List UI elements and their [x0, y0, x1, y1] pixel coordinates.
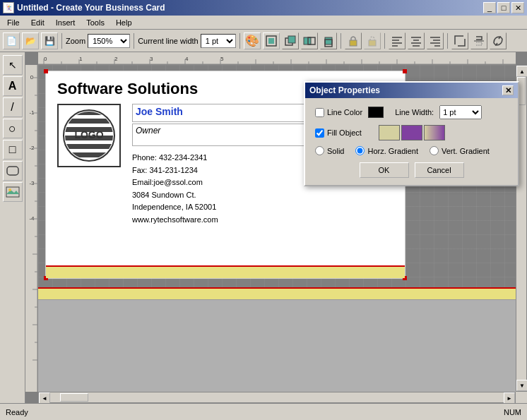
title-bar-text: Untitled - Create Your Business Card: [17, 3, 165, 13]
title-bar: 🃏 Untitled - Create Your Business Card _…: [0, 0, 527, 16]
svg-rect-9: [369, 40, 376, 46]
section-divider: [38, 287, 516, 300]
text-tool[interactable]: A: [3, 76, 23, 96]
line-color-checkbox[interactable]: [315, 108, 324, 117]
scrollbar-horizontal[interactable]: ◄ ►: [38, 392, 516, 403]
line-color-checkbox-label: Line Color: [315, 108, 362, 117]
menu-file[interactable]: File: [3, 17, 24, 28]
ellipse-tool[interactable]: ○: [3, 119, 23, 138]
rotate-btn[interactable]: [490, 32, 507, 49]
scroll-up-button[interactable]: ▲: [516, 66, 527, 77]
svg-text:4: 4: [185, 56, 189, 62]
svg-rect-23: [7, 167, 18, 175]
app-icon: 🃏: [3, 2, 14, 13]
fill-object-checkbox[interactable]: [315, 128, 324, 138]
arrange-btn-4[interactable]: [320, 32, 337, 49]
pointer-tool[interactable]: ↖: [3, 55, 23, 75]
vert-gradient-radio-label: Vert. Gradient: [430, 146, 490, 155]
card-logo: LOGO: [57, 104, 121, 167]
svg-rect-6: [325, 37, 332, 44]
unlock-btn[interactable]: [364, 32, 381, 49]
gradient-swatch-1[interactable]: [379, 125, 400, 140]
lock-btn[interactable]: [345, 32, 362, 49]
object-properties-dialog[interactable]: Object Properties ✕ Line Color Line Widt…: [304, 81, 519, 186]
side-toolbar: ↖ A / ○ □: [0, 52, 25, 403]
color-btn-1[interactable]: 🎨: [244, 32, 261, 49]
card-address2: Independence, IA 52001: [132, 201, 393, 214]
cancel-button[interactable]: Cancel: [415, 162, 464, 178]
line-tool[interactable]: /: [3, 97, 23, 117]
line-width-select[interactable]: 1 pt 0.5 pt 2 pt 3 pt: [439, 105, 482, 119]
arrange-btn-2[interactable]: [282, 32, 299, 49]
gradient-swatch-2[interactable]: [401, 125, 422, 140]
align-left-btn[interactable]: [389, 32, 405, 49]
sep-1: [61, 33, 62, 49]
close-button[interactable]: ✕: [511, 2, 524, 13]
solid-radio[interactable]: [315, 146, 324, 155]
line-color-swatch[interactable]: [368, 107, 384, 118]
status-right: NUM: [504, 408, 521, 416]
svg-text:0: 0: [44, 56, 47, 62]
linewidth-select[interactable]: 1 pt 0.5 pt 2 pt 3 pt: [201, 34, 236, 48]
below-card-area: [38, 287, 516, 392]
sep-5: [384, 33, 385, 49]
title-bar-buttons: _ □ ✕: [483, 2, 524, 13]
fill-object-label: Fill Object: [327, 128, 362, 137]
scroll-down-button[interactable]: ▼: [516, 380, 527, 391]
align-center-btn[interactable]: [408, 32, 425, 49]
dialog-title-text: Object Properties: [309, 85, 380, 95]
gradient-swatch-3[interactable]: [424, 125, 445, 140]
resize-btn[interactable]: [451, 32, 468, 49]
image-tool[interactable]: [3, 182, 23, 202]
scrollbar-corner: [516, 392, 527, 403]
scroll-right-button[interactable]: ►: [504, 392, 515, 403]
dialog-title-bar: Object Properties ✕: [305, 83, 518, 98]
scroll-left-button[interactable]: ◄: [39, 392, 50, 403]
arrange-btn-1[interactable]: [263, 32, 280, 49]
sep-4: [341, 33, 341, 49]
status-left: Ready: [6, 408, 28, 416]
line-width-label: Line Width:: [395, 108, 434, 116]
svg-rect-91: [61, 152, 117, 157]
status-bar: Ready NUM: [0, 403, 527, 420]
svg-marker-25: [6, 190, 19, 194]
vert-gradient-radio[interactable]: [430, 146, 439, 155]
fill-object-checkbox-label: Fill Object: [315, 128, 362, 138]
menu-help[interactable]: Help: [112, 17, 136, 28]
open-button[interactable]: 📂: [22, 32, 39, 49]
svg-text:3: 3: [150, 56, 153, 62]
zoom-select[interactable]: 150% 50% 75% 100% 125% 200%: [88, 34, 130, 48]
vert-gradient-radio-text: Vert. Gradient: [442, 147, 490, 155]
sep-2: [134, 33, 134, 49]
dialog-body: Line Color Line Width: 1 pt 0.5 pt 2 pt …: [305, 98, 518, 185]
flip-btn[interactable]: [470, 32, 487, 49]
line-color-row: Line Color Line Width: 1 pt 0.5 pt 2 pt …: [315, 105, 508, 119]
ok-button[interactable]: OK: [360, 162, 409, 178]
rounded-rect-tool[interactable]: [3, 161, 23, 181]
menu-bar: File Edit Insert Tools Help: [0, 16, 527, 30]
solid-radio-text: Solid: [327, 147, 344, 155]
ruler-left: 0 -1 -2 -3 -4: [25, 65, 38, 392]
align-right-btn[interactable]: [427, 32, 444, 49]
new-button[interactable]: 📄: [3, 32, 20, 49]
menu-edit[interactable]: Edit: [27, 17, 49, 28]
solid-radio-label: Solid: [315, 146, 344, 155]
rectangle-tool[interactable]: □: [3, 140, 23, 160]
svg-text:2: 2: [114, 56, 118, 62]
arrange-btn-3[interactable]: [301, 32, 318, 49]
line-color-label: Line Color: [327, 108, 362, 116]
highlight-bar: [46, 265, 405, 278]
dialog-close-button[interactable]: ✕: [502, 85, 514, 95]
maximize-button[interactable]: □: [497, 2, 510, 13]
svg-rect-3: [288, 36, 295, 43]
linewidth-label: Current line width: [138, 37, 199, 45]
horz-gradient-radio[interactable]: [355, 146, 365, 155]
menu-tools[interactable]: Tools: [82, 17, 109, 28]
svg-text:5: 5: [220, 56, 224, 62]
menu-insert[interactable]: Insert: [52, 17, 80, 28]
minimize-button[interactable]: _: [483, 2, 496, 13]
scroll-thumb-horizontal[interactable]: [60, 393, 88, 402]
save-button[interactable]: 💾: [41, 32, 58, 49]
card-website: www.rytechsoftware.com: [132, 214, 393, 227]
toolbar: 📄 📂 💾 Zoom 150% 50% 75% 100% 125% 200% C…: [0, 30, 527, 52]
